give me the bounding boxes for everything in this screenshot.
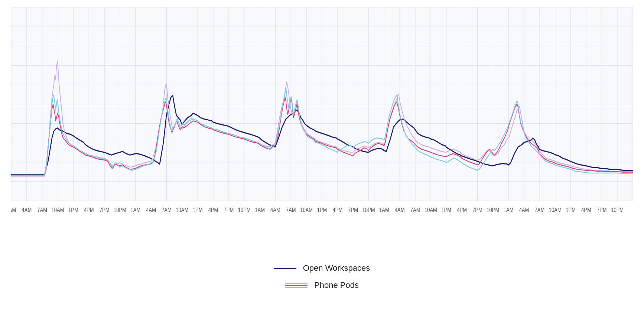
svg-text:10AM: 10AM — [425, 207, 437, 213]
svg-text:7PM: 7PM — [597, 207, 607, 213]
svg-text:4PM: 4PM — [457, 207, 467, 213]
svg-text:7PM: 7PM — [100, 207, 110, 213]
svg-text:10PM: 10PM — [362, 207, 375, 213]
svg-text:1PM: 1PM — [317, 207, 327, 213]
svg-text:7AM: 7AM — [535, 207, 545, 213]
svg-text:4PM: 4PM — [84, 207, 94, 213]
svg-text:4AM: 4AM — [22, 207, 32, 213]
svg-text:4PM: 4PM — [208, 207, 218, 213]
svg-text:1PM: 1PM — [566, 207, 576, 213]
legend-phone-pods-label: Phone Pods — [314, 280, 359, 290]
svg-text:1AM: 1AM — [11, 207, 16, 213]
svg-text:4AM: 4AM — [519, 207, 529, 213]
svg-text:1PM: 1PM — [441, 207, 451, 213]
svg-text:4PM: 4PM — [332, 207, 342, 213]
phone-pods-pink-color — [285, 285, 308, 286]
svg-text:1PM: 1PM — [68, 207, 78, 213]
chart-area: 1AM 4AM 7AM 10AM 1PM 4PM 7PM 10PM 1AM 4A… — [11, 7, 633, 241]
svg-text:10PM: 10PM — [238, 207, 251, 213]
svg-text:7AM: 7AM — [410, 207, 420, 213]
phone-pods-lavender-color — [285, 283, 308, 284]
phone-pods-lightblue-color — [285, 287, 308, 288]
legend-phone-pods: Phone Pods — [285, 280, 359, 290]
legend-area: Open Workspaces Phone Pods — [11, 241, 633, 308]
chart-container: 1AM 4AM 7AM 10AM 1PM 4PM 7PM 10PM 1AM 4A… — [0, 0, 644, 312]
svg-text:4AM: 4AM — [146, 207, 156, 213]
svg-text:7AM: 7AM — [37, 207, 47, 213]
svg-text:1AM: 1AM — [379, 207, 389, 213]
svg-text:7AM: 7AM — [286, 207, 296, 213]
svg-text:1AM: 1AM — [504, 207, 514, 213]
svg-text:7PM: 7PM — [472, 207, 482, 213]
svg-text:7PM: 7PM — [348, 207, 358, 213]
svg-text:7AM: 7AM — [162, 207, 172, 213]
svg-text:4AM: 4AM — [270, 207, 280, 213]
svg-text:10AM: 10AM — [549, 207, 562, 213]
legend-open-workspaces-lines — [274, 268, 296, 269]
svg-text:1AM: 1AM — [255, 207, 265, 213]
chart-svg: 1AM 4AM 7AM 10AM 1PM 4PM 7PM 10PM 1AM 4A… — [11, 7, 633, 241]
legend-open-workspaces-label: Open Workspaces — [303, 263, 370, 273]
svg-text:7PM: 7PM — [224, 207, 234, 213]
legend-phone-pods-lines — [285, 283, 308, 288]
svg-text:10AM: 10AM — [176, 207, 188, 213]
svg-text:1AM: 1AM — [130, 207, 140, 213]
legend-open-workspaces: Open Workspaces — [274, 263, 370, 273]
svg-text:1PM: 1PM — [193, 207, 203, 213]
svg-text:10PM: 10PM — [611, 207, 624, 213]
svg-text:10PM: 10PM — [114, 207, 126, 213]
svg-text:10AM: 10AM — [300, 207, 313, 213]
open-workspaces-color — [274, 268, 296, 269]
svg-text:10PM: 10PM — [487, 207, 499, 213]
svg-text:4PM: 4PM — [581, 207, 591, 213]
svg-text:10AM: 10AM — [52, 207, 64, 213]
svg-text:4AM: 4AM — [395, 207, 405, 213]
